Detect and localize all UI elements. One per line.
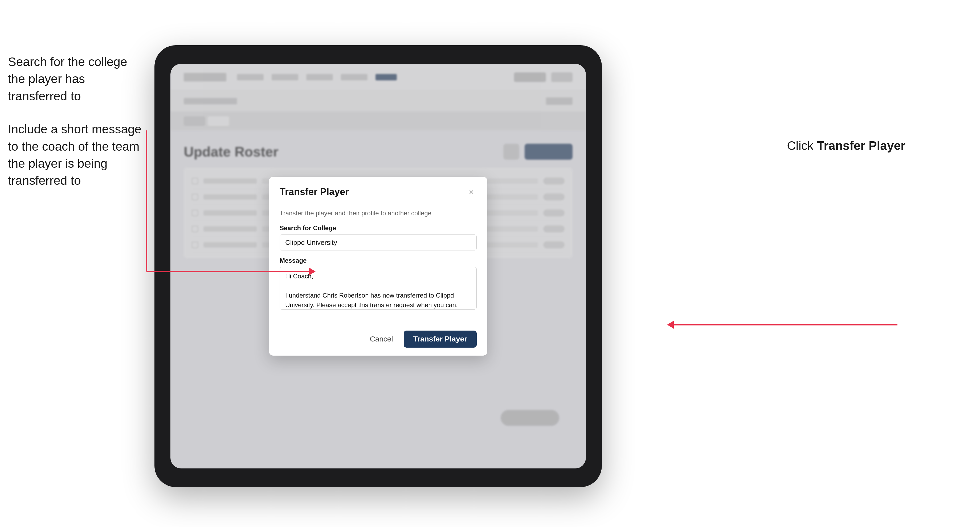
annotation-transfer-player-bold: Transfer Player [817, 139, 905, 152]
modal-title: Transfer Player [280, 186, 349, 197]
message-textarea[interactable] [280, 267, 477, 310]
modal-footer: Cancel Transfer Player [269, 325, 487, 356]
modal-body: Transfer the player and their profile to… [269, 203, 487, 325]
modal-header: Transfer Player × [269, 177, 487, 203]
message-label: Message [280, 257, 477, 264]
modal-overlay: Transfer Player × Transfer the player an… [170, 64, 586, 468]
modal-subtitle: Transfer the player and their profile to… [280, 210, 477, 217]
transfer-player-modal: Transfer Player × Transfer the player an… [269, 177, 487, 356]
cancel-button[interactable]: Cancel [364, 332, 398, 346]
transfer-player-button[interactable]: Transfer Player [404, 330, 477, 348]
annotation-click-prefix: Click [787, 139, 817, 152]
annotation-college-search: Search for the college the player has tr… [8, 53, 146, 105]
svg-marker-5 [667, 321, 674, 329]
college-label: Search for College [280, 224, 477, 232]
modal-close-button[interactable]: × [466, 187, 477, 197]
tablet-screen: Update Roster [170, 64, 586, 468]
college-search-input[interactable] [280, 235, 477, 251]
annotation-message: Include a short message to the coach of … [8, 121, 146, 189]
tablet-device: Update Roster [154, 45, 602, 487]
left-annotations: Search for the college the player has tr… [8, 53, 146, 205]
right-annotation: Click Transfer Player [787, 138, 905, 153]
